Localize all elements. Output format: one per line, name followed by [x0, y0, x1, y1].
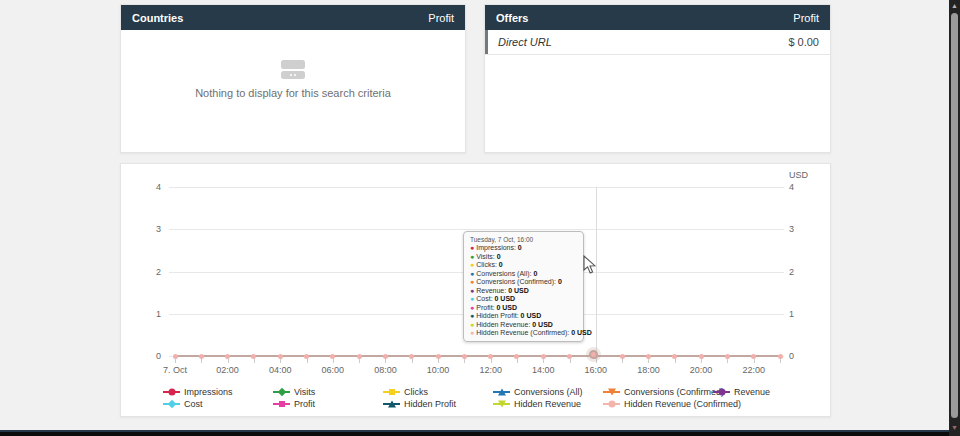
x-axis-tick — [464, 359, 465, 363]
tooltip-series-label: Conversions (All): — [476, 270, 533, 277]
x-axis-tick-label: 16:00 — [574, 365, 618, 375]
legend-item[interactable]: Hidden Revenue (Confirmed) — [603, 398, 741, 409]
tooltip-title: Tuesday, 7 Oct, 16:00 — [470, 235, 577, 244]
offer-name: Direct URL — [498, 36, 552, 48]
legend-triangle-up-marker-icon — [498, 388, 506, 395]
legend-series-line — [603, 403, 620, 405]
x-axis-tick-label: 04:00 — [258, 365, 302, 375]
empty-state: Nothing to display for this search crite… — [121, 60, 465, 99]
legend-circle-marker-icon — [168, 388, 175, 395]
tooltip-row: ●Conversions (Confirmed): 0 — [470, 278, 577, 287]
legend-circle-marker-icon — [608, 400, 615, 407]
legend-series-line — [163, 403, 180, 405]
y-axis-tick-label: 1 — [127, 309, 161, 319]
scrollbar-up-arrow-icon[interactable]: ▲ — [949, 0, 960, 12]
legend-series-line — [383, 403, 400, 405]
tooltip-series-value: 0 — [533, 270, 537, 277]
x-axis-tick — [438, 359, 439, 363]
x-axis-tick — [754, 359, 755, 363]
series-marker — [620, 354, 625, 359]
series-marker — [330, 354, 335, 359]
legend-triangle-down-marker-icon — [498, 400, 506, 407]
legend-circle-marker-icon — [718, 388, 725, 395]
series-marker — [646, 354, 651, 359]
tooltip-series-value: 0 USD — [495, 295, 516, 302]
tooltip-row: ●Profit: 0 USD — [470, 304, 577, 313]
scrollbar-down-arrow-icon[interactable]: ▼ — [949, 422, 960, 434]
legend-diamond-marker-icon — [277, 387, 285, 395]
tooltip-series-label: Cost: — [476, 295, 494, 302]
x-axis-tick — [780, 359, 781, 363]
y-axis-tick-label: 0 — [127, 351, 161, 361]
legend-item[interactable]: Hidden Revenue — [493, 398, 581, 409]
offer-profit-value: $ 0.00 — [788, 36, 819, 48]
empty-list-icon — [281, 60, 305, 81]
hovered-point — [589, 350, 598, 359]
legend-label: Profit — [294, 399, 315, 409]
series-marker — [436, 354, 441, 359]
x-axis-tick — [333, 359, 334, 363]
tooltip-series-bullet-icon: ● — [470, 253, 474, 262]
legend-series-line — [493, 403, 510, 405]
y-axis-tick-label: 3 — [127, 224, 161, 234]
tooltip-row: ●Conversions (All): 0 — [470, 270, 577, 279]
legend-item[interactable]: Profit — [273, 398, 315, 409]
x-axis-tick-label: 12:00 — [469, 365, 513, 375]
x-axis-tick — [543, 359, 544, 363]
tooltip-series-value: 0 — [499, 261, 503, 268]
tooltip-series-value: 0 USD — [532, 321, 553, 328]
legend-item[interactable]: Visits — [273, 386, 315, 397]
offers-profit-column-label: Profit — [793, 12, 819, 24]
legend-series-line — [493, 391, 510, 393]
legend-series-line — [273, 391, 290, 393]
offer-row[interactable]: Direct URL $ 0.00 — [485, 30, 830, 55]
legend-item[interactable]: Hidden Profit — [383, 398, 456, 409]
legend-diamond-marker-icon — [167, 399, 175, 407]
x-axis-tick — [280, 359, 281, 363]
scrollbar-thumb[interactable] — [951, 13, 958, 418]
y-axis-tick-label: 3 — [789, 224, 823, 234]
y-axis-unit-label: USD — [789, 170, 808, 180]
legend-item[interactable]: Cost — [163, 398, 203, 409]
legend-label: Conversions (All) — [514, 387, 583, 397]
tooltip-series-value: 0 — [558, 278, 562, 285]
legend-item[interactable]: Conversions (Confirmed) — [603, 386, 724, 397]
series-marker — [304, 354, 309, 359]
tooltip-series-bullet-icon: ● — [470, 244, 474, 253]
legend-item[interactable]: Revenue — [713, 386, 770, 397]
legend-item[interactable]: Clicks — [383, 386, 428, 397]
tooltip-row: ●Impressions: 0 — [470, 244, 577, 253]
scrollbar[interactable]: ▲ ▼ — [949, 0, 960, 436]
legend-label: Hidden Revenue (Confirmed) — [624, 399, 741, 409]
tooltip-series-bullet-icon: ● — [470, 304, 474, 313]
tooltip-row: ●Cost: 0 USD — [470, 295, 577, 304]
x-axis-tick-label: 18:00 — [626, 365, 670, 375]
x-axis-tick — [517, 359, 518, 363]
legend-item[interactable]: Conversions (All) — [493, 386, 583, 397]
legend-label: Conversions (Confirmed) — [624, 387, 724, 397]
series-marker — [699, 354, 704, 359]
series-marker — [672, 354, 677, 359]
legend-label: Clicks — [404, 387, 428, 397]
legend-label: Revenue — [734, 387, 770, 397]
legend-item[interactable]: Impressions — [163, 386, 233, 397]
tooltip-series-bullet-icon: ● — [470, 312, 474, 321]
gridline — [169, 187, 784, 188]
tooltip-series-label: Profit: — [476, 304, 496, 311]
legend-label: Impressions — [184, 387, 233, 397]
y-axis-tick-label: 0 — [789, 351, 823, 361]
countries-panel: Countries Profit Nothing to display for … — [120, 4, 466, 153]
x-axis-tick — [412, 359, 413, 363]
tooltip-series-label: Revenue: — [476, 287, 508, 294]
offers-panel-title: Offers — [496, 12, 528, 24]
x-axis-tick — [385, 359, 386, 363]
series-marker — [199, 354, 204, 359]
x-axis-tick — [727, 359, 728, 363]
y-axis-tick-label: 4 — [789, 182, 823, 192]
series-marker — [751, 354, 756, 359]
countries-panel-title: Countries — [132, 12, 183, 24]
series-marker — [251, 354, 256, 359]
series-marker — [357, 354, 362, 359]
tooltip-row: ●Hidden Profit: 0 USD — [470, 312, 577, 321]
x-axis-tick — [622, 359, 623, 363]
